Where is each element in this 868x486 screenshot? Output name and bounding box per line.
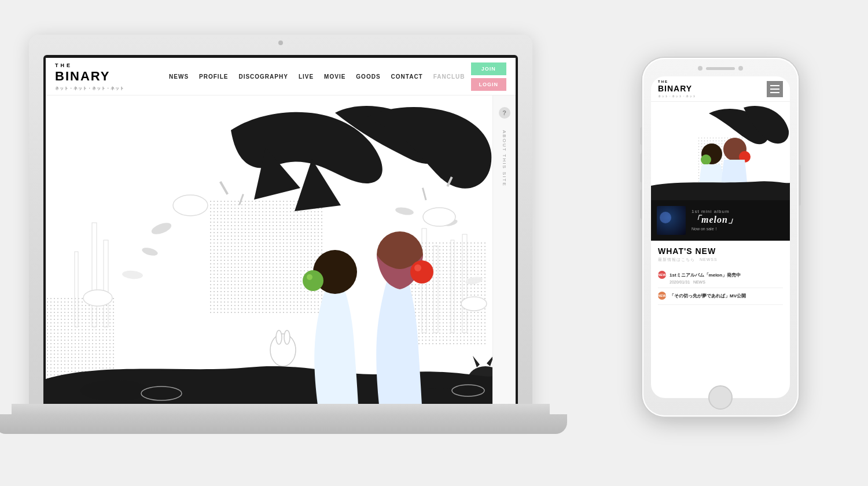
news-item-top: NEW 「その切っ先が夢であれば」MV公開	[658, 292, 783, 300]
phone-header: THE BINARY ネット・ネット・ネット	[651, 76, 790, 102]
phone-top-area	[698, 66, 743, 71]
laptop-foot	[0, 414, 567, 434]
album-banner[interactable]: 1st mini album 「melon」 Now on sale！	[651, 200, 790, 241]
site-nav: NEWS PROFILE DISCOGRAPHY LIVE MOVIE GOOD…	[169, 73, 465, 80]
nav-news[interactable]: NEWS	[169, 73, 189, 80]
phone-camera	[698, 66, 703, 71]
whats-new-title: WHAT'S NEW	[658, 246, 783, 256]
site-header: THE BINARY ネット・ネット・ネット・ネット NEWS PROFILE …	[46, 58, 516, 95]
svg-point-26	[80, 380, 150, 401]
phone-home-button[interactable]	[708, 385, 733, 410]
phone-body: THE BINARY ネット・ネット・ネット	[642, 58, 799, 417]
album-sub: Now on sale！	[692, 226, 784, 232]
about-question-icon[interactable]: ?	[499, 107, 510, 119]
news-item[interactable]: NEW 1stミニアルバム「melon」発売中 2020/01/31 NEWS	[658, 267, 783, 288]
svg-point-24	[284, 330, 290, 344]
nav-goods[interactable]: GOODS	[356, 73, 380, 80]
phone-device: THE BINARY ネット・ネット・ネット	[642, 58, 799, 417]
about-sidebar: ? ABOUT THIS SITE	[492, 95, 516, 405]
news-badge-1: NEW	[658, 271, 666, 279]
nav-live[interactable]: LIVE	[299, 73, 314, 80]
phone-logo-sub: ネット・ネット・ネット	[658, 94, 696, 98]
laptop-screen-bezel: THE BINARY ネット・ネット・ネット・ネット NEWS PROFILE …	[43, 55, 518, 408]
svg-point-33	[414, 264, 421, 271]
laptop-screen: THE BINARY ネット・ネット・ネット・ネット NEWS PROFILE …	[46, 58, 516, 405]
svg-point-29	[303, 270, 323, 291]
svg-point-18	[173, 195, 208, 216]
phone-power-button	[799, 165, 801, 205]
svg-point-22	[270, 334, 296, 366]
phone-hero-image	[651, 102, 790, 200]
logo-the: THE	[55, 62, 72, 68]
phone-menu-button[interactable]	[767, 81, 783, 97]
site-logo: THE BINARY ネット・ネット・ネット・ネット	[55, 61, 124, 92]
svg-point-20	[83, 290, 112, 306]
menu-line-2	[770, 89, 779, 90]
svg-point-23	[276, 330, 282, 344]
news-title-1: 1stミニアルバム「melon」発売中	[670, 272, 783, 278]
nav-fanclub[interactable]: FANCLUB	[433, 73, 465, 80]
svg-point-44	[701, 154, 711, 165]
nav-movie[interactable]: MOVIE	[324, 73, 345, 80]
news-item[interactable]: NEW 「その切っ先が夢であれば」MV公開	[658, 288, 783, 305]
join-button[interactable]: JOIN	[471, 62, 507, 75]
svg-point-32	[410, 260, 433, 284]
laptop-device: THE BINARY ネット・ネット・ネット・ネット NEWS PROFILE …	[29, 35, 550, 469]
phone-sensor	[738, 66, 743, 71]
logo-binary: BINARY	[55, 69, 124, 84]
album-mini-label: 1st mini album	[692, 209, 784, 214]
whats-new-section: WHAT'S NEW 最新情報はこちら NEWSS NEW 1stミニアルバム「…	[651, 241, 790, 307]
album-info: 1st mini album 「melon」 Now on sale！	[692, 209, 784, 232]
news-title-2: 「その切っ先が夢であれば」MV公開	[670, 293, 783, 299]
phone-logo-the: THE	[658, 80, 668, 83]
logo-sub: ネット・ネット・ネット・ネット	[55, 86, 124, 90]
menu-line-1	[770, 85, 779, 86]
nav-discography[interactable]: DISCOGRAPHY	[238, 73, 288, 80]
header-buttons: JOIN LOGIN	[471, 62, 507, 91]
nav-profile[interactable]: PROFILE	[199, 73, 228, 80]
phone-volume-mute	[640, 127, 642, 145]
login-button[interactable]: LOGIN	[471, 78, 507, 91]
phone-speaker	[706, 67, 735, 70]
phone-volume-down	[640, 190, 642, 219]
phone-logo-binary: BINARY	[658, 84, 696, 94]
about-text: ABOUT THIS SITE	[502, 130, 507, 187]
svg-rect-2	[208, 200, 323, 315]
svg-point-19	[423, 208, 455, 226]
laptop-camera	[278, 41, 283, 45]
phone-logo: THE BINARY ネット・ネット・ネット	[658, 79, 696, 99]
news-item-top: NEW 1stミニアルバム「melon」発売中	[658, 271, 783, 279]
album-thumbnail	[657, 206, 686, 235]
nav-contact[interactable]: CONTACT	[391, 73, 423, 80]
album-title: 「melon」	[692, 214, 784, 226]
whats-new-subtitle: 最新情報はこちら NEWSS	[658, 257, 783, 263]
phone-volume-up	[640, 153, 642, 182]
svg-point-30	[307, 274, 312, 280]
phone-screen: THE BINARY ネット・ネット・ネット	[651, 76, 790, 398]
svg-point-21	[461, 297, 487, 311]
news-meta-1: 2020/01/31 NEWS	[670, 280, 783, 284]
news-badge-2: NEW	[658, 292, 666, 300]
menu-line-3	[770, 92, 779, 93]
site-hero	[46, 95, 492, 405]
laptop-body: THE BINARY ネット・ネット・ネット・ネット NEWS PROFILE …	[29, 35, 532, 417]
